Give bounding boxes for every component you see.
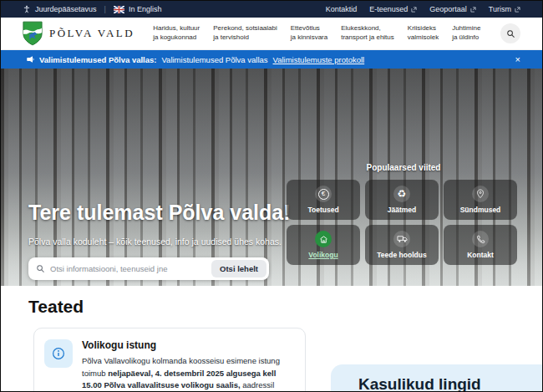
site-header: PÕLVA VALD Haridus, kultuur ja kogukonna… <box>1 18 542 50</box>
map-pin-icon <box>472 186 489 202</box>
truck-icon <box>393 231 410 247</box>
close-icon: × <box>515 54 520 64</box>
banner-link[interactable]: Valimistulemuste protokoll <box>273 55 365 64</box>
tile-jaatmed[interactable]: ♻ Jäätmed <box>365 180 439 220</box>
topbar-links: Kontaktid E-teenused Geoportaal Turism <box>326 5 520 13</box>
topbar-link-eteenused[interactable]: E-teenused <box>369 5 417 13</box>
accessibility-label: Juurdepääsetavus <box>35 5 97 13</box>
nav-item-perekond[interactable]: Perekond, sotsiaalabi ja tervishoid <box>213 24 277 43</box>
banner-close-button[interactable]: × <box>515 55 520 64</box>
external-link-icon <box>411 7 417 13</box>
notice-content: Volikogu istung Põlva Vallavolikogu kolm… <box>82 339 295 392</box>
phone-icon <box>472 231 489 247</box>
tile-volikogu[interactable]: Volikogu <box>287 225 360 265</box>
recycle-icon: ♻ <box>393 186 410 202</box>
coat-of-arms-icon <box>23 21 43 46</box>
brand-name: PÕLVA VALD <box>49 27 134 40</box>
accessibility-icon <box>23 5 31 13</box>
tile-kontakt[interactable]: Kontakt <box>444 225 517 265</box>
nav-item-ettevotlus[interactable]: Ettevõtlus ja kinnisvara <box>291 24 327 43</box>
section-title-teated: Teated <box>28 297 84 317</box>
search-icon <box>506 29 515 38</box>
tile-teede-hooldus[interactable]: Teede hooldus <box>365 225 439 265</box>
external-link-icon <box>515 7 520 13</box>
search-icon <box>36 264 45 273</box>
nav-item-haridus[interactable]: Haridus, kultuur ja kogukonnad <box>153 24 200 43</box>
banner-text: Valimistulemused Põlva vallas <box>161 55 267 64</box>
main-nav: Haridus, kultuur ja kogukonnad Perekond,… <box>153 24 480 43</box>
hero-section: Tere tulemast Põlva valda! Põlva valla k… <box>1 69 542 286</box>
banner-title: Valimistulemused Põlva vallas: <box>39 55 156 64</box>
topbar-link-turism[interactable]: Turism <box>489 5 520 13</box>
notice-body: Põlva Vallavolikogu kolmanda koosseisu e… <box>82 355 295 392</box>
notice-card[interactable]: Volikogu istung Põlva Vallavolikogu kolm… <box>33 328 306 392</box>
site-logo[interactable]: PÕLVA VALD <box>23 21 134 46</box>
useful-links-panel: Kasulikud lingid <box>331 364 543 392</box>
hero-search-input[interactable] <box>45 264 209 273</box>
megaphone-icon <box>26 55 34 64</box>
hero-subtitle: Põlva valla koduleht – kõik teenused, in… <box>28 237 282 247</box>
language-switch[interactable]: In English <box>114 5 162 13</box>
nav-item-kriisideks[interactable]: Kriisideks valmisolek <box>408 24 439 43</box>
hero-title: Tere tulemast Põlva valda! <box>28 201 291 225</box>
home-icon <box>315 231 332 247</box>
notice-title: Volikogu istung <box>82 339 295 351</box>
euro-coin-icon: € <box>315 186 332 202</box>
useful-links-title: Kasulikud lingid <box>331 364 543 392</box>
browser-viewport: Juurdepääsetavus | In English Kontaktid … <box>0 0 543 392</box>
topbar-link-geoportaal[interactable]: Geoportaal <box>429 5 476 13</box>
page-content: Teated Volikogu istung Põlva Vallavoliko… <box>1 286 542 392</box>
quick-link-tiles: € Toetused ♻ Jäätmed Sündmused Volikogu <box>287 180 517 265</box>
hero-search-bar: Otsi lehelt <box>28 257 269 280</box>
info-icon <box>44 339 73 368</box>
popular-links-title: Populaarsed viited <box>287 163 520 172</box>
header-search-button[interactable] <box>500 23 520 43</box>
language-label: In English <box>129 5 162 13</box>
tile-sundmused[interactable]: Sündmused <box>444 180 517 220</box>
tile-toetused[interactable]: € Toetused <box>287 180 360 220</box>
top-utility-bar: Juurdepääsetavus | In English Kontaktid … <box>1 1 542 18</box>
nav-item-elukeskkond[interactable]: Elukeskkond, transport ja ehitus <box>341 24 394 43</box>
topbar-link-kontaktid[interactable]: Kontaktid <box>326 5 358 13</box>
nav-item-juhtimine[interactable]: Juhtimine ja üldinfo <box>452 24 480 43</box>
topbar-divider: | <box>104 5 106 13</box>
announcement-banner: Valimistulemused Põlva vallas: Valimistu… <box>1 50 542 69</box>
external-link-icon <box>470 7 476 13</box>
accessibility-link[interactable]: Juurdepääsetavus <box>23 5 97 13</box>
hero-search-submit-button[interactable]: Otsi lehelt <box>211 260 266 277</box>
uk-flag-icon <box>114 6 124 13</box>
